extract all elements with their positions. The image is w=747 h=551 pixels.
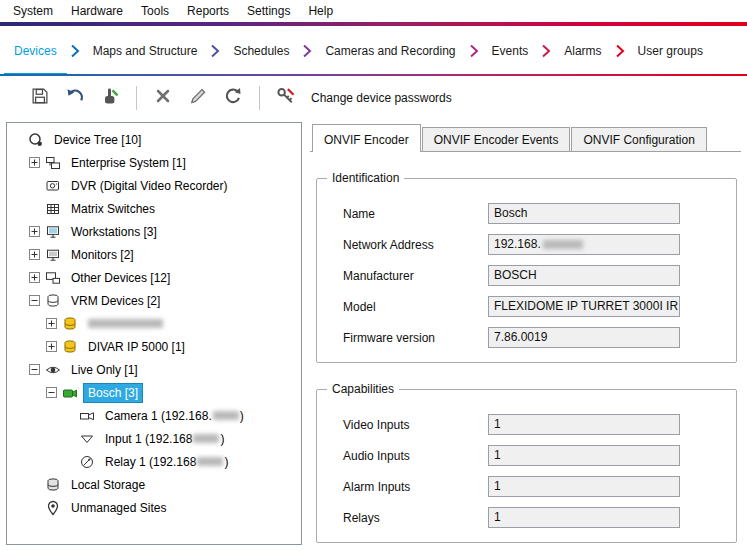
tree-item-label: Enterprise System [1] [67, 154, 190, 172]
menu-system[interactable]: System [4, 1, 62, 21]
tree-item[interactable]: Matrix Switches [7, 197, 301, 220]
tree-item-label: DVR (Digital Video Recorder) [67, 177, 232, 195]
tree-item[interactable]: Other Devices [12] [7, 266, 301, 289]
content-area: Device Tree [10]Enterprise System [1]DVR… [0, 120, 747, 551]
field-row: Firmware version7.86.0019 [343, 327, 726, 348]
tree-item-label: Bosch [3] [84, 384, 142, 402]
storage-icon [45, 477, 62, 493]
expander-spacer [12, 134, 23, 145]
change-device-passwords-label: Change device passwords [311, 91, 452, 105]
tree-item[interactable]: Local Storage [7, 473, 301, 496]
tree-item[interactable]: Relay 1 (192.168) [7, 450, 301, 473]
field-value-name[interactable]: Bosch [488, 203, 680, 224]
refresh-icon [223, 86, 243, 110]
dvr-icon [45, 178, 62, 194]
tab-separator-chevron-icon [67, 26, 83, 76]
camera-icon [79, 408, 96, 424]
tree-item-label: DIVAR IP 5000 [1] [84, 338, 189, 356]
field-value-alarm-inputs[interactable]: 1 [488, 476, 680, 497]
tree-item-label: Input 1 (192.168) [101, 430, 228, 448]
tree-item[interactable]: DIVAR IP 5000 [1] [7, 335, 301, 358]
expander-plus-icon[interactable] [29, 272, 40, 283]
expander-spacer [63, 410, 74, 421]
manual-pointer-button[interactable] [96, 84, 124, 112]
field-value-relays[interactable]: 1 [488, 507, 680, 528]
tree-item[interactable] [7, 312, 301, 335]
tree-item[interactable]: Workstations [3] [7, 220, 301, 243]
tree-item[interactable]: VRM Devices [2] [7, 289, 301, 312]
redacted-text [193, 434, 219, 443]
tree-item-label: Monitors [2] [67, 246, 138, 264]
tab-cameras-and-recording[interactable]: Cameras and Recording [315, 26, 465, 76]
tab-devices[interactable]: Devices [4, 26, 67, 76]
tab-events[interactable]: Events [482, 26, 539, 76]
rename-button[interactable] [184, 84, 212, 112]
menu-help[interactable]: Help [299, 1, 342, 21]
field-label: Relays [343, 511, 488, 525]
tree-item[interactable]: Enterprise System [1] [7, 151, 301, 174]
encoder-icon [62, 385, 79, 401]
tab-separator-chevron-icon [466, 26, 482, 76]
matrix-icon [45, 201, 62, 217]
tree-item[interactable]: Camera 1 (192.168.) [7, 404, 301, 427]
tab-user-groups[interactable]: User groups [628, 26, 713, 76]
undo-button[interactable] [61, 84, 89, 112]
field-label: Alarm Inputs [343, 480, 488, 494]
save-button[interactable] [26, 84, 54, 112]
tab-schedules[interactable]: Schedules [223, 26, 299, 76]
save-icon [30, 86, 50, 110]
tree-item[interactable]: DVR (Digital Video Recorder) [7, 174, 301, 197]
detail-tab-onvif-configuration[interactable]: ONVIF Configuration [571, 127, 706, 151]
menu-reports[interactable]: Reports [178, 1, 238, 21]
live-only-icon [45, 362, 62, 378]
bvms-configuration-client-window: SystemHardwareToolsReportsSettingsHelp D… [0, 0, 747, 551]
group-title: Capabilities [327, 382, 399, 396]
tree-item[interactable]: Input 1 (192.168) [7, 427, 301, 450]
menu-tools[interactable]: Tools [132, 1, 178, 21]
expander-plus-icon[interactable] [29, 226, 40, 237]
field-label: Audio Inputs [343, 449, 488, 463]
group-identification: IdentificationNameBoschNetwork Address19… [316, 178, 737, 363]
expander-minus-icon[interactable] [29, 364, 40, 375]
expander-minus-icon[interactable] [29, 295, 40, 306]
field-label: Firmware version [343, 331, 488, 345]
expander-minus-icon[interactable] [46, 387, 57, 398]
expander-plus-icon[interactable] [29, 249, 40, 260]
expander-plus-icon[interactable] [46, 341, 57, 352]
field-value-network-address[interactable]: 192.168. [488, 234, 680, 255]
enterprise-icon [45, 155, 62, 171]
menu-settings[interactable]: Settings [238, 1, 299, 21]
tree-item[interactable]: Monitors [2] [7, 243, 301, 266]
tab-separator-chevron-icon [299, 26, 315, 76]
field-value-firmware-version[interactable]: 7.86.0019 [488, 327, 680, 348]
tree-item-label: Camera 1 (192.168.) [101, 407, 248, 425]
field-row: NameBosch [343, 203, 726, 224]
expander-plus-icon[interactable] [29, 157, 40, 168]
refresh-button[interactable] [219, 84, 247, 112]
tree-item-label: Matrix Switches [67, 200, 159, 218]
change-device-passwords-button[interactable] [272, 84, 300, 112]
detail-tab-onvif-encoder-events[interactable]: ONVIF Encoder Events [422, 127, 571, 151]
expander-spacer [63, 456, 74, 467]
field-value-manufacturer[interactable]: BOSCH [488, 265, 680, 286]
tree-item[interactable]: Device Tree [10] [7, 128, 301, 151]
field-value-video-inputs[interactable]: 1 [488, 414, 680, 435]
tree-item-label: Device Tree [10] [50, 131, 145, 149]
detail-tab-onvif-encoder[interactable]: ONVIF Encoder [312, 124, 421, 152]
delete-button[interactable] [149, 84, 177, 112]
pencil-icon [188, 86, 208, 110]
tab-maps-and-structure[interactable]: Maps and Structure [83, 26, 208, 76]
field-value-audio-inputs[interactable]: 1 [488, 445, 680, 466]
tree-item-selected[interactable]: Bosch [3] [7, 381, 301, 404]
device-tree-icon [28, 132, 45, 148]
tree-item-label: Live Only [1] [67, 361, 142, 379]
toolbar: Change device passwords [0, 76, 747, 120]
tab-alarms[interactable]: Alarms [554, 26, 611, 76]
tree-item[interactable]: Unmanaged Sites [7, 496, 301, 519]
menu-hardware[interactable]: Hardware [62, 1, 132, 21]
tree-item[interactable]: Live Only [1] [7, 358, 301, 381]
expander-plus-icon[interactable] [46, 318, 57, 329]
field-value-model[interactable]: FLEXIDOME IP TURRET 3000I IR [488, 296, 680, 317]
tab-separator-chevron-icon [612, 26, 628, 76]
hand-pen-icon [100, 86, 120, 110]
